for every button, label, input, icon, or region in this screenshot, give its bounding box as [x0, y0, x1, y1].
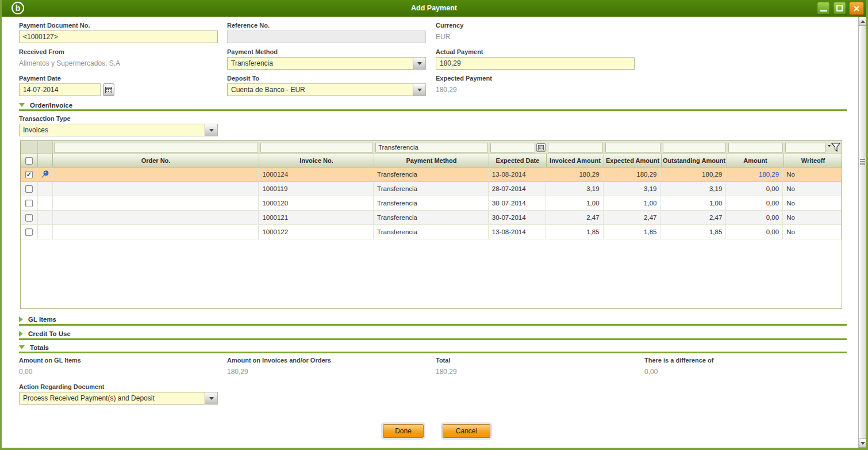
column-header-order_no[interactable]: Order No.	[53, 154, 259, 167]
field-currency: Currency EUR	[436, 22, 635, 41]
dropdown-arrow-button[interactable]	[205, 392, 217, 404]
row-icon-cell	[38, 211, 53, 224]
filter-input-invoiced_amount[interactable]	[548, 143, 603, 152]
payment-document-no-label: Payment Document No.	[19, 22, 218, 29]
section-divider	[19, 324, 847, 326]
maximize-button[interactable]	[833, 2, 846, 15]
transaction-type-value: Invoices	[20, 124, 205, 136]
row-checkbox[interactable]	[25, 171, 33, 178]
cell-outstanding_amount: 1,85	[660, 225, 726, 239]
cell-expected_date: 13-08-2014	[489, 167, 546, 181]
reference-no-input[interactable]	[227, 30, 426, 43]
scroll-down-button[interactable]	[859, 438, 866, 448]
collapse-icon[interactable]	[19, 103, 25, 107]
collapse-icon[interactable]	[19, 345, 25, 349]
close-button[interactable]: ✕	[849, 2, 864, 15]
filter-cell	[53, 141, 259, 154]
section-order-invoice[interactable]: Order/Invoice	[19, 100, 72, 110]
difference-label: There is a difference of	[644, 357, 843, 364]
row-icon-cell	[38, 196, 53, 210]
expand-icon[interactable]	[19, 331, 23, 337]
cancel-button[interactable]: Cancel	[443, 424, 490, 438]
cell-order_no	[53, 167, 259, 181]
field-transaction-type: Transaction Type Invoices	[19, 115, 218, 136]
select-all-checkbox[interactable]	[25, 157, 33, 165]
done-button[interactable]: Done	[383, 424, 424, 438]
filter-cell	[727, 141, 784, 154]
filter-input-expected_amount[interactable]	[605, 143, 660, 152]
vertical-scrollbar[interactable]	[858, 17, 866, 448]
funnel-icon	[827, 142, 842, 152]
transaction-type-select[interactable]: Invoices	[19, 124, 218, 136]
table-row[interactable]: 1000122Transferencia13-08-20141,851,851,…	[21, 225, 842, 239]
filter-cell	[662, 141, 727, 154]
row-checkbox[interactable]	[25, 228, 33, 236]
column-header-writeoff[interactable]: Writeoff	[784, 154, 842, 167]
column-header-expected_amount[interactable]: Expected Amount	[604, 154, 662, 167]
dropdown-arrow-button[interactable]	[205, 124, 217, 136]
calendar-filter-button[interactable]	[536, 143, 546, 152]
filter-input-invoice_no[interactable]	[260, 143, 373, 152]
row-checkbox[interactable]	[25, 185, 33, 193]
minimize-button[interactable]	[817, 2, 830, 15]
row-icon-header-cell	[38, 154, 53, 167]
chevron-down-icon	[209, 129, 214, 132]
payment-date-input[interactable]	[19, 83, 101, 96]
arrow-down-icon	[861, 442, 865, 445]
actual-payment-input[interactable]	[436, 57, 635, 70]
column-header-expected_date[interactable]: Expected Date	[489, 154, 547, 167]
scroll-up-button[interactable]	[859, 17, 866, 26]
section-gl-items[interactable]: GL Items	[19, 314, 56, 324]
table-row[interactable]: 1000124Transferencia13-08-2014180,29180,…	[21, 167, 842, 182]
column-header-amount[interactable]: Amount	[727, 154, 784, 167]
row-checkbox[interactable]	[25, 200, 33, 207]
section-credit-to-use[interactable]: Credit To Use	[19, 329, 71, 338]
cell-payment_method: Transferencia	[374, 211, 489, 224]
column-header-outstanding_amount[interactable]: Outstanding Amount	[662, 154, 727, 167]
section-totals[interactable]: Totals	[19, 342, 49, 352]
difference-value: 0,00	[644, 365, 843, 376]
table-row[interactable]: 1000120Transferencia30-07-20141,001,001,…	[21, 196, 842, 211]
cell-expected_date: 28-07-2014	[489, 182, 546, 196]
cell-writeoff: No	[783, 211, 842, 224]
cell-invoiced_amount: 3,19	[546, 182, 604, 196]
action-regarding-document-select[interactable]: Process Received Payment(s) and Deposit	[19, 392, 218, 405]
row-select-cell	[21, 182, 38, 196]
cell-payment_method: Transferencia	[374, 225, 489, 239]
dropdown-arrow-button[interactable]	[413, 84, 425, 96]
cell-order_no	[53, 196, 259, 210]
calendar-button[interactable]	[103, 83, 114, 96]
filter-input-outstanding_amount[interactable]	[663, 143, 726, 152]
table-row[interactable]: 1000121Transferencia30-07-20142,472,472,…	[21, 211, 842, 225]
filter-input-expected_date[interactable]	[490, 143, 535, 152]
filter-input-payment_method[interactable]: Transferencia	[375, 143, 488, 152]
payment-method-select[interactable]: Transferencia	[227, 57, 426, 70]
actual-payment-label: Actual Payment	[436, 48, 635, 55]
minimize-icon	[820, 10, 827, 12]
deposit-to-select[interactable]: Cuenta de Banco - EUR	[227, 83, 426, 96]
field-total: Total 180,29	[436, 357, 635, 376]
cell-payment_method: Transferencia	[374, 167, 489, 181]
cell-expected_date: 30-07-2014	[489, 211, 546, 224]
column-header-invoice_no[interactable]: Invoice No.	[259, 154, 374, 167]
filter-input-order_no[interactable]	[54, 143, 258, 152]
field-reference-no: Reference No.	[227, 22, 426, 43]
filter-funnel-button[interactable]	[827, 142, 842, 152]
amount-on-gl-items-value: 0,00	[19, 365, 218, 376]
row-icon-cell	[38, 182, 53, 196]
filter-input-amount[interactable]	[728, 143, 783, 152]
column-header-payment_method[interactable]: Payment Method	[374, 154, 489, 167]
transaction-type-label: Transaction Type	[19, 115, 218, 122]
scrollbar-thumb[interactable]	[860, 157, 865, 167]
table-row[interactable]: 1000119Transferencia28-07-20143,193,193,…	[21, 182, 842, 196]
cell-expected_date: 13-08-2014	[489, 225, 546, 239]
dropdown-arrow-button[interactable]	[413, 58, 425, 69]
row-checkbox[interactable]	[25, 214, 33, 222]
filter-cell	[21, 141, 38, 154]
column-header-invoiced_amount[interactable]: Invoiced Amount	[547, 154, 604, 167]
filter-input-writeoff[interactable]	[785, 143, 825, 152]
action-regarding-document-label: Action Regarding Document	[19, 383, 218, 390]
payment-document-no-input[interactable]	[19, 30, 218, 43]
field-deposit-to: Deposit To Cuenta de Banco - EUR	[227, 75, 426, 96]
expand-icon[interactable]	[19, 316, 23, 322]
